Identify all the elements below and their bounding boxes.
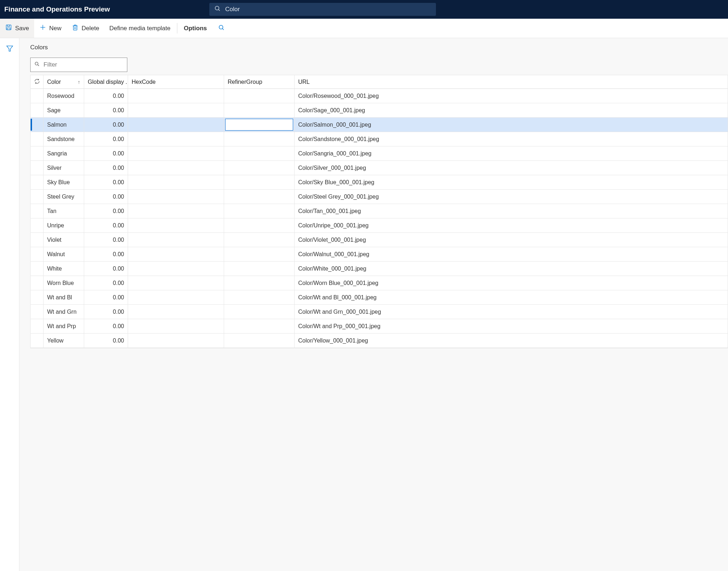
svg-rect-6 bbox=[73, 26, 77, 30]
define-media-template-label: Define media template bbox=[109, 25, 170, 32]
options-button[interactable]: Options bbox=[179, 19, 212, 38]
new-button[interactable]: New bbox=[34, 19, 67, 38]
svg-rect-3 bbox=[7, 28, 10, 30]
svg-point-10 bbox=[219, 25, 223, 29]
search-icon bbox=[218, 24, 225, 32]
save-button[interactable]: Save bbox=[0, 19, 34, 38]
svg-point-0 bbox=[215, 6, 219, 10]
action-bar: Save New Delete Define media template Op… bbox=[0, 19, 728, 38]
global-search-text: Color bbox=[225, 6, 240, 13]
define-media-template-button[interactable]: Define media template bbox=[104, 19, 176, 38]
app-header: Finance and Operations Preview Color bbox=[0, 0, 728, 19]
save-icon bbox=[5, 24, 12, 33]
delete-label: Delete bbox=[82, 25, 99, 32]
trash-icon bbox=[72, 24, 79, 33]
svg-line-11 bbox=[222, 28, 224, 30]
save-label: Save bbox=[15, 25, 29, 32]
global-search[interactable]: Color bbox=[209, 3, 436, 16]
search-icon bbox=[214, 5, 221, 13]
options-label: Options bbox=[184, 25, 207, 32]
svg-line-1 bbox=[218, 9, 220, 11]
plus-icon bbox=[39, 24, 46, 33]
new-label: New bbox=[49, 25, 62, 32]
delete-button[interactable]: Delete bbox=[67, 19, 104, 38]
app-title: Finance and Operations Preview bbox=[4, 5, 209, 13]
divider bbox=[177, 23, 177, 33]
action-search-button[interactable] bbox=[212, 19, 231, 38]
